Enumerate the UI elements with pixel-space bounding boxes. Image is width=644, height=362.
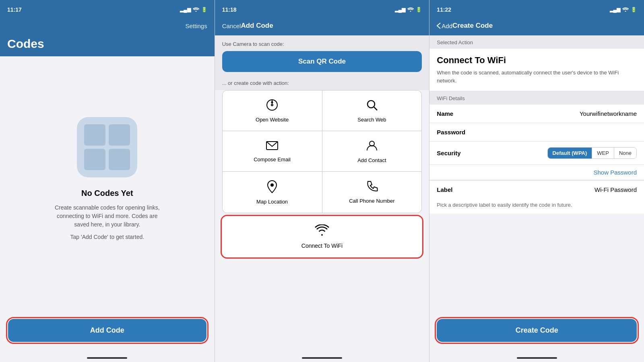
email-icon [266, 140, 279, 153]
open-website-label: Open Website [256, 117, 289, 123]
map-location-label: Map Location [256, 199, 288, 205]
time-3: 11:22 [437, 6, 451, 13]
action-open-website[interactable]: Open Website [223, 90, 322, 131]
password-row: Password [429, 123, 644, 142]
password-label: Password [437, 129, 465, 136]
show-password-link[interactable]: Show Password [593, 169, 637, 176]
name-value[interactable]: Yourwifinetworkname [580, 110, 637, 117]
action-grid: Open Website Search Web [222, 90, 422, 213]
cancel-button-2[interactable]: Cancel [222, 23, 241, 29]
codes-page-title: Codes [0, 35, 215, 56]
security-row: Security Default (WPA) WEP None [429, 142, 644, 165]
create-code-button[interactable]: Create Code [437, 319, 637, 342]
battery-icon-3: 🔋 [631, 7, 637, 12]
wifi-details-header: WiFi Details [429, 91, 644, 105]
wifi-icon-1 [193, 7, 199, 13]
status-icons-3: ▂▄▆ 🔋 [610, 7, 637, 13]
battery-icon-2: 🔋 [416, 7, 422, 12]
search-icon [365, 99, 378, 113]
qr-cell-1 [84, 124, 105, 146]
label-row: Label Wi-Fi Password [429, 181, 644, 199]
time-2: 11:18 [222, 6, 237, 13]
svg-point-4 [367, 101, 375, 108]
phone-icon [366, 181, 378, 195]
home-bar-3 [517, 357, 557, 359]
status-bar-3: 11:22 ▂▄▆ 🔋 [429, 0, 644, 18]
action-add-contact[interactable]: Add Contact [322, 131, 422, 171]
show-password-row: Show Password [429, 165, 644, 180]
nav-bar-2: Cancel Add Code [215, 18, 429, 35]
no-codes-description: Create scannable codes for opening links… [51, 204, 163, 229]
scan-camera-label: Use Camera to scan code: [222, 41, 422, 47]
security-none[interactable]: None [614, 148, 636, 158]
add-code-nav-title: Add Code [241, 22, 273, 30]
status-icons-1: ▂▄▆ 🔋 [180, 7, 207, 13]
search-web-label: Search Web [357, 117, 386, 123]
svg-line-5 [374, 107, 377, 110]
home-indicator-2 [215, 354, 429, 362]
signal-icon-3: ▂▄▆ [610, 7, 621, 12]
screen3-footer: Create Code [429, 313, 644, 354]
label-value[interactable]: Wi-Fi Password [594, 186, 637, 193]
selected-action-desc: When the code is scanned, automatically … [437, 69, 637, 84]
add-code-button[interactable]: Add Code [8, 319, 206, 342]
time-1: 11:17 [7, 6, 22, 13]
nav-bar-3: Add Create Code [429, 18, 644, 35]
selected-action-section: Connect To WiFi When the code is scanned… [429, 49, 644, 91]
action-compose-email[interactable]: Compose Email [223, 131, 322, 171]
empty-state: No Codes Yet Create scannable codes for … [0, 56, 215, 313]
name-label: Name [437, 110, 453, 117]
home-bar-1 [87, 357, 127, 359]
action-search-web[interactable]: Search Web [322, 90, 422, 131]
svg-point-8 [270, 183, 274, 187]
screen1-footer: Add Code [0, 313, 215, 354]
add-contact-label: Add Contact [357, 157, 386, 163]
action-map-location[interactable]: Map Location [223, 172, 322, 213]
tap-hint-text: Tap 'Add Code' to get started. [70, 234, 144, 240]
create-code-nav-title: Create Code [452, 22, 493, 30]
signal-icon-2: ▂▄▆ [395, 7, 406, 12]
back-button-3[interactable]: Add [437, 23, 452, 29]
selected-action-header: Selected Action [429, 35, 644, 49]
compose-email-label: Compose Email [254, 156, 291, 162]
no-codes-title: No Codes Yet [81, 189, 133, 198]
qr-placeholder-icon [77, 117, 137, 177]
contact-icon [365, 139, 378, 154]
nav-bar-1: Settings [0, 18, 215, 35]
qr-cell-3 [84, 149, 105, 170]
security-default-wpa[interactable]: Default (WPA) [548, 148, 592, 158]
scan-qr-button[interactable]: Scan QR Code [222, 51, 422, 72]
label-label: Label [437, 186, 452, 193]
battery-icon-1: 🔋 [201, 7, 207, 12]
screen3-create-code: 11:22 ▂▄▆ 🔋 Add Create Code [429, 0, 644, 362]
wifi-details-section: Name Yourwifinetworkname Password Securi… [429, 105, 644, 180]
status-icons-2: ▂▄▆ 🔋 [395, 7, 422, 13]
security-wep[interactable]: WEP [592, 148, 614, 158]
wifi-icon-3 [622, 7, 629, 13]
compass-icon [266, 99, 279, 113]
or-create-label: ... or create code with action: [215, 76, 429, 90]
selected-action-title: Connect To WiFi [437, 55, 637, 66]
label-hint-text: Pick a descriptive label to easily ident… [429, 199, 644, 214]
svg-marker-3 [271, 100, 273, 103]
qr-cell-2 [109, 124, 130, 146]
wifi-connect-icon [315, 224, 329, 239]
qr-cell-4 [109, 149, 130, 170]
security-options: Default (WPA) WEP None [547, 147, 637, 159]
svg-point-1 [271, 104, 273, 106]
home-indicator-1 [0, 354, 215, 362]
call-phone-label: Call Phone Number [349, 198, 394, 204]
connect-wifi-label: Connect To WiFi [301, 243, 343, 249]
wifi-icon-2 [407, 7, 414, 13]
name-row: Name Yourwifinetworkname [429, 105, 644, 123]
map-pin-icon [266, 180, 278, 195]
settings-link-1[interactable]: Settings [185, 23, 207, 29]
action-connect-wifi[interactable]: Connect To WiFi [222, 216, 422, 257]
action-call-phone[interactable]: Call Phone Number [322, 172, 422, 213]
screen1-codes: 11:17 ▂▄▆ 🔋 Settings Codes [0, 0, 215, 362]
security-label: Security [437, 150, 460, 156]
home-bar-2 [302, 357, 342, 359]
signal-icon-1: ▂▄▆ [180, 7, 191, 12]
label-section: Label Wi-Fi Password Pick a descriptive … [429, 180, 644, 214]
status-bar-1: 11:17 ▂▄▆ 🔋 [0, 0, 215, 18]
